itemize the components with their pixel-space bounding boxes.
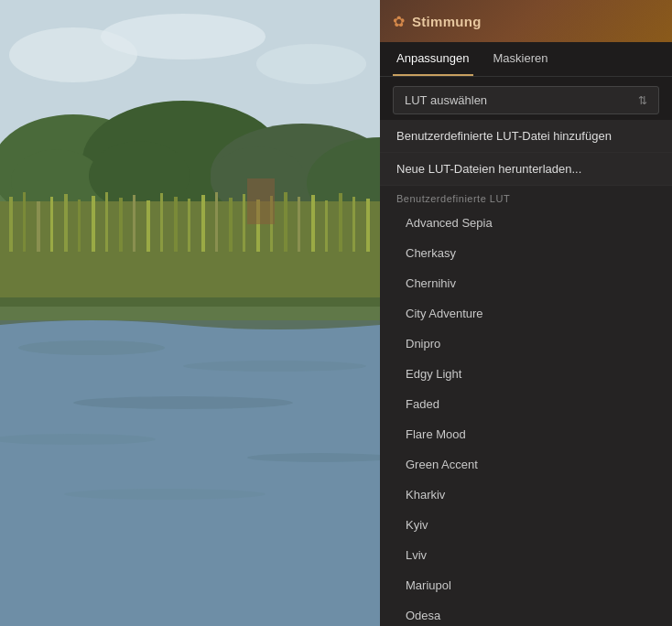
tab-anpassungen[interactable]: Anpassungen [393,42,473,76]
download-lut-button[interactable]: Neue LUT-Dateien herunterladen... [380,153,672,186]
svg-rect-54 [0,297,380,307]
svg-rect-17 [23,192,26,252]
svg-rect-27 [160,193,163,252]
stimmung-icon: ✿ [393,13,405,30]
svg-rect-21 [78,200,81,252]
svg-point-3 [101,14,266,59]
svg-rect-25 [133,195,135,252]
svg-rect-40 [339,193,342,252]
svg-rect-18 [37,201,40,252]
lut-item[interactable]: City Adventure [380,298,672,329]
svg-rect-19 [50,197,53,252]
lut-item[interactable]: Lviv [380,540,672,570]
stimmung-panel: ✿ Stimmung Anpassungen Maskieren LUT aus… [380,0,672,626]
svg-rect-26 [146,200,150,252]
svg-rect-43 [247,178,275,224]
custom-lut-section-label: Benutzerdefinierte LUT [380,186,672,208]
svg-rect-36 [284,192,287,252]
add-custom-lut-button[interactable]: Benutzerdefinierte LUT-Datei hinzufügen [380,120,672,153]
photo-preview [0,0,380,626]
svg-rect-32 [229,198,233,252]
lut-item[interactable]: Faded [380,389,672,419]
lut-dropdown-area: LUT auswählen ⇅ [380,77,672,120]
lut-item[interactable]: Mariupol [380,570,672,600]
svg-point-4 [256,44,366,84]
svg-rect-52 [0,311,380,626]
chevron-icon: ⇅ [638,94,647,107]
svg-rect-42 [366,199,370,252]
lut-items-list: Advanced SepiaCherkasyChernihivCity Adve… [380,208,672,626]
lut-item[interactable]: Odesa [380,600,672,626]
svg-rect-29 [188,199,190,252]
svg-rect-41 [352,197,355,252]
svg-rect-33 [243,194,245,252]
lut-dropdown-label: LUT auswählen [405,93,487,107]
lut-item[interactable]: Edgy Light [380,359,672,389]
svg-rect-20 [64,194,68,252]
lut-dropdown-menu: Benutzerdefinierte LUT-Datei hinzufügen … [380,120,672,626]
svg-rect-22 [92,196,95,252]
svg-rect-31 [215,192,218,252]
svg-rect-38 [311,195,315,252]
lut-item[interactable]: Kyiv [380,510,672,540]
lut-item[interactable]: Chernihiv [380,268,672,298]
lut-item[interactable]: Green Accent [380,449,672,480]
lut-item[interactable]: Cherkasy [380,238,672,268]
lut-item[interactable]: Flare Mood [380,419,672,449]
tab-maskieren[interactable]: Maskieren [490,42,552,76]
lut-item[interactable]: Dnipro [380,329,672,359]
lut-item[interactable]: Kharkiv [380,480,672,510]
panel-title: Stimmung [412,14,482,29]
lut-select-dropdown[interactable]: LUT auswählen ⇅ [393,86,659,114]
panel-tabs: Anpassungen Maskieren [380,42,672,77]
panel-header: ✿ Stimmung [380,0,672,42]
svg-rect-30 [201,195,205,252]
svg-rect-24 [119,198,123,252]
lut-item[interactable]: Advanced Sepia [380,208,672,238]
svg-rect-23 [105,192,108,252]
svg-rect-16 [9,197,13,252]
svg-rect-39 [325,200,328,252]
svg-rect-37 [298,197,300,252]
svg-rect-28 [174,197,178,252]
